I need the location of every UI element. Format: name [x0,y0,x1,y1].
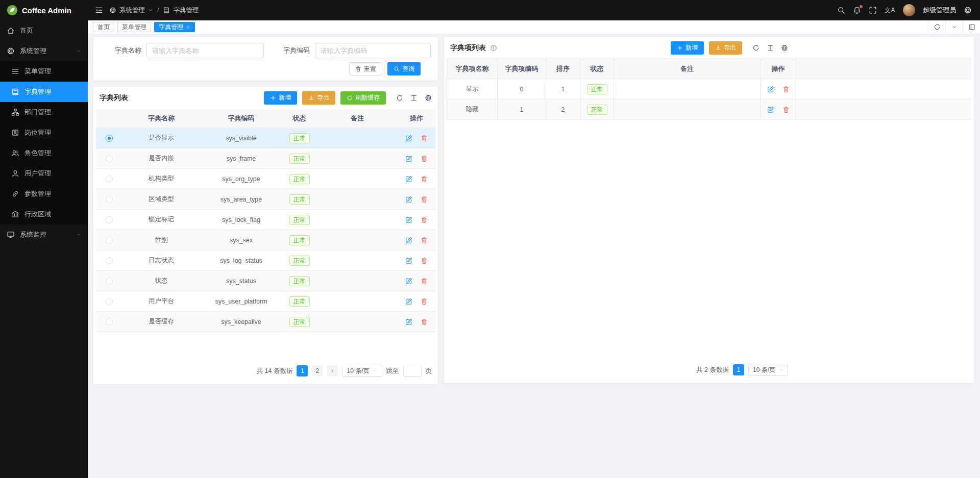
density-icon[interactable] [410,94,418,102]
edit-icon[interactable] [405,155,412,162]
sidebar-item-menu-mgmt[interactable]: 菜单管理 [0,61,88,82]
delete-icon[interactable] [421,196,428,203]
refresh-table-icon[interactable] [752,44,760,52]
delete-icon[interactable] [782,106,790,113]
sidebar-item-post-mgmt[interactable]: 岗位管理 [0,122,88,143]
tab[interactable]: 字典管理 [154,22,195,32]
avatar[interactable] [903,4,915,16]
refresh-icon[interactable] [928,20,945,34]
reset-button[interactable]: 重置 [349,62,382,76]
dict-table-row[interactable]: 区域类型 sys_area_type 正常 [96,189,435,210]
close-icon[interactable] [186,25,190,30]
sidebar-item-system-mgmt[interactable]: 系统管理 [0,41,88,61]
search-icon[interactable] [837,6,845,14]
edit-icon[interactable] [767,86,774,93]
refresh-cache-button[interactable]: 刷新缓存 [340,91,386,105]
bell-icon[interactable] [853,6,861,14]
row-radio[interactable] [106,196,113,203]
page-button[interactable]: 2 [311,365,323,376]
fullscreen-icon[interactable] [869,6,877,14]
delete-icon[interactable] [421,237,428,244]
row-radio[interactable] [106,175,113,183]
edit-icon[interactable] [405,318,412,325]
edit-icon[interactable] [405,237,412,244]
delete-icon[interactable] [421,278,428,285]
density-icon[interactable] [767,44,774,52]
sidebar-item-dict-mgmt[interactable]: 字典管理 [0,82,88,102]
delete-icon[interactable] [421,318,428,325]
edit-icon[interactable] [405,257,412,264]
row-radio[interactable] [106,155,113,162]
info-icon[interactable] [490,44,497,52]
delete-icon[interactable] [421,257,428,264]
tab[interactable]: 菜单管理 [117,22,151,32]
column-settings-gear-icon[interactable] [781,44,788,52]
dict-table-row[interactable]: 机构类型 sys_org_type 正常 [96,169,435,189]
query-button[interactable]: 查询 [387,62,421,76]
dict-item-table-row[interactable]: 显示 0 1 正常 [447,79,971,99]
delete-icon[interactable] [421,135,428,142]
row-radio[interactable] [106,298,113,305]
page-size-select[interactable]: 10 条/页 [342,365,382,377]
sidebar-item-label: 用户管理 [24,169,51,178]
page-button[interactable]: 1 [733,364,744,375]
dict-table-row[interactable]: 锁定标记 sys_lock_flag 正常 [96,210,435,230]
edit-icon[interactable] [767,106,774,113]
dict-name-input[interactable] [146,43,264,58]
translate-icon[interactable]: 文A [885,6,895,15]
sidebar-item-user-mgmt[interactable]: 用户管理 [0,163,88,184]
sidebar-item-label: 菜单管理 [24,67,51,76]
user-name[interactable]: 超级管理员 [923,6,956,15]
export-item-button[interactable]: 导出 [709,41,742,55]
dict-code-input[interactable] [315,43,431,58]
edit-icon[interactable] [405,196,412,203]
sidebar-item-param-mgmt[interactable]: 参数管理 [0,184,88,204]
dict-table-row[interactable]: 是否内嵌 sys_frame 正常 [96,148,435,169]
dict-table-row[interactable]: 是否缓存 sys_keepalive 正常 [96,312,435,332]
row-radio[interactable] [106,216,113,223]
page-button[interactable]: 1 [297,365,308,376]
column-settings-gear-icon[interactable] [425,94,432,102]
content-fullscreen-icon[interactable] [963,20,980,34]
sidebar-item-dept-mgmt[interactable]: 部门管理 [0,102,88,122]
dict-table-row[interactable]: 日志状态 sys_log_status 正常 [96,250,435,271]
sidebar-item-region-mgmt[interactable]: 行政区域 [0,204,88,224]
row-radio[interactable] [106,257,113,264]
settings-gear-icon[interactable] [964,6,972,14]
delete-icon[interactable] [421,298,428,305]
dict-item-table-row[interactable]: 隐藏 1 2 正常 [447,99,971,120]
edit-icon[interactable] [405,135,412,142]
edit-icon[interactable] [405,278,412,285]
tab[interactable]: 首页 [93,22,114,32]
sidebar-item-system-monitor[interactable]: 系统监控 [0,224,88,245]
dict-table-row[interactable]: 状态 sys_status 正常 [96,271,435,291]
refresh-table-icon[interactable] [396,94,403,102]
delete-icon[interactable] [782,86,790,93]
row-radio[interactable] [106,278,113,285]
breadcrumb-level1[interactable]: 系统管理 [119,6,145,15]
row-radio[interactable] [106,318,113,325]
edit-icon[interactable] [405,175,412,183]
edit-icon[interactable] [405,216,412,223]
delete-icon[interactable] [421,155,428,162]
dict-table-row[interactable]: 性别 sys_sex 正常 [96,230,435,250]
export-button[interactable]: 导出 [302,91,335,105]
add-item-button[interactable]: 新增 [671,41,704,55]
tab-actions-dropdown-icon[interactable] [945,20,963,34]
sidebar-item-home[interactable]: 首页 [0,20,88,41]
next-page-button[interactable] [327,365,338,376]
sidebar-item-role-mgmt[interactable]: 角色管理 [0,143,88,163]
page-size-select[interactable]: 10 条/页 [748,364,788,376]
jump-page-input[interactable] [403,365,422,377]
app-logo[interactable]: Coffee Admin [0,0,88,20]
delete-icon[interactable] [421,216,428,223]
dict-table-row[interactable]: 是否显示 sys_visible 正常 [96,128,435,148]
delete-icon[interactable] [421,175,428,183]
dict-pagination: 共 14 条数据 1 2 10 条/页 跳至 页 [93,359,438,384]
row-radio[interactable] [106,135,113,142]
edit-icon[interactable] [405,298,412,305]
menu-fold-icon[interactable] [95,6,103,14]
dict-table-row[interactable]: 用户平台 sys_user_platform 正常 [96,291,435,312]
add-button[interactable]: 新增 [264,91,297,105]
row-radio[interactable] [106,237,113,244]
